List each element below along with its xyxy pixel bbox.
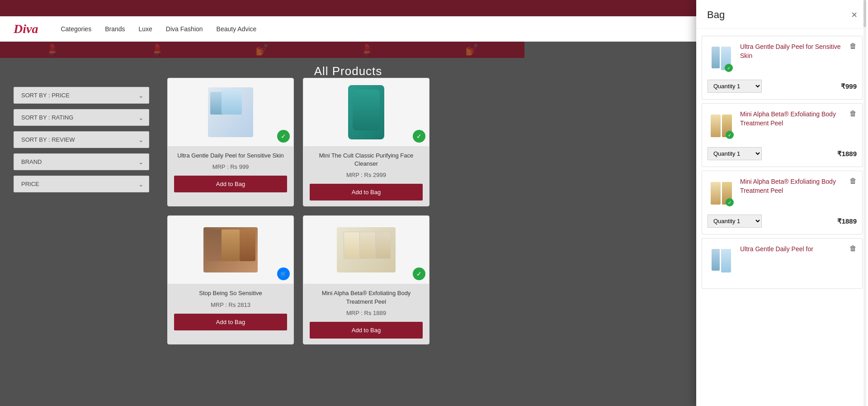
bag-item-1-name: Ultra Gentle Daily Peel for Sensitive Sk… (740, 43, 844, 60)
product-card-2: ✓ Mini The Cult Classic Purifying Face C… (303, 78, 429, 206)
filters-sidebar: SORT BY : PRICE SORT BY : RATING SORT BY… (14, 87, 149, 192)
bag-item-3-check: ✓ (726, 198, 734, 206)
verified-badge-4: ✓ (413, 267, 425, 280)
product-image-1: ✓ (168, 78, 293, 146)
sort-rating-select[interactable]: SORT BY : RATING (14, 109, 149, 126)
bag-item-3-quantity[interactable]: Quantity 1 Quantity 2 Quantity 3 (708, 215, 762, 228)
bag-title: Bag (707, 9, 725, 21)
product-price-4: MRP : Rs 1889 (310, 310, 423, 316)
product-image-2: ✓ (303, 78, 429, 146)
bag-item-1: ✓ Ultra Gentle Daily Peel for Sensitive … (702, 36, 863, 100)
product-card-3: 🛒 Stop Being So Sensitive MRP : Rs 2813 … (167, 215, 294, 344)
nav-diva-fashion[interactable]: Diva Fashion (166, 25, 203, 33)
deco-nail1: 💅 (255, 43, 269, 56)
brand-filter-select[interactable]: BRAND (14, 153, 149, 170)
bag-item-2-delete[interactable]: 🗑 (849, 110, 857, 117)
sort-price-wrapper: SORT BY : PRICE (14, 87, 149, 104)
deco-lipstick3: 💄 (360, 43, 374, 56)
product-thumbnail-3 (203, 227, 258, 272)
verified-badge-1: ✓ (277, 130, 290, 143)
header-decoration: 💄 💄 💅 💄 💅 (0, 42, 524, 58)
bag-item-3-bottom: Quantity 1 Quantity 2 Quantity 3 ₹1889 (708, 215, 857, 228)
add-to-bag-2[interactable]: Add to Bag (310, 184, 423, 201)
logo[interactable]: Diva (14, 22, 38, 36)
nav-categories[interactable]: Categories (61, 25, 91, 33)
bag-item-2-bottom: Quantity 1 Quantity 2 Quantity 3 ₹1889 (708, 147, 857, 160)
bag-item-1-top: ✓ Ultra Gentle Daily Peel for Sensitive … (708, 43, 857, 74)
cart-badge-3: 🛒 (277, 267, 290, 280)
sort-review-select[interactable]: SORT BY : REVIEW (14, 131, 149, 148)
bag-header: Bag × (696, 0, 868, 29)
bag-item-1-bottom: Quantity 1 Quantity 2 Quantity 3 ₹999 (708, 80, 857, 93)
product-price-2: MRP : Rs 2999 (310, 172, 423, 178)
bag-item-3-name: Mini Alpha Beta® Exfoliating Body Treatm… (740, 177, 844, 195)
bag-item-2-check: ✓ (726, 131, 734, 139)
product-name-3: Stop Being So Sensitive (174, 289, 287, 297)
product-card-1: ✓ Ultra Gentle Daily Peel for Sensitive … (167, 78, 294, 206)
product-image-3: 🛒 (168, 216, 293, 284)
product-thumbnail-1 (208, 87, 253, 137)
bag-item-1-price: ₹999 (841, 82, 857, 91)
product-name-4: Mini Alpha Beta® Exfoliating Body Treatm… (310, 289, 423, 306)
product-info-4: Mini Alpha Beta® Exfoliating Body Treatm… (303, 284, 429, 344)
price-filter-wrapper: PRICE (14, 176, 149, 192)
add-to-bag-1[interactable]: Add to Bag (174, 176, 287, 192)
bag-item-4-image (708, 245, 735, 277)
bag-item-4-top: Ultra Gentle Daily Peel for 🗑 (708, 245, 857, 277)
bag-item-2: ✓ Mini Alpha Beta® Exfoliating Body Trea… (702, 103, 863, 167)
product-info-1: Ultra Gentle Daily Peel for Sensitive Sk… (168, 146, 293, 198)
bag-item-4: Ultra Gentle Daily Peel for 🗑 (702, 238, 863, 289)
product-thumbnail-4 (337, 227, 396, 272)
nav-beauty-advice[interactable]: Beauty Advice (217, 25, 257, 33)
sort-price-select[interactable]: SORT BY : PRICE (14, 87, 149, 104)
bag-item-2-price: ₹1889 (837, 150, 857, 158)
product-price-1: MRP : Rs 999 (174, 163, 287, 170)
bag-item-1-check: ✓ (725, 64, 733, 72)
bag-item-4-delete[interactable]: 🗑 (849, 245, 857, 252)
bag-item-4-name: Ultra Gentle Daily Peel for (740, 245, 844, 254)
bag-item-2-top: ✓ Mini Alpha Beta® Exfoliating Body Trea… (708, 110, 857, 142)
add-to-bag-4[interactable]: Add to Bag (310, 322, 423, 339)
add-to-bag-3[interactable]: Add to Bag (174, 314, 287, 330)
bag-panel: Bag × ✓ Ultra Gentle Daily Peel for Sens… (696, 0, 868, 406)
deco-nail2: 💅 (465, 43, 479, 56)
product-info-3: Stop Being So Sensitive MRP : Rs 2813 Ad… (168, 284, 293, 335)
bag-items-list: ✓ Ultra Gentle Daily Peel for Sensitive … (696, 29, 868, 406)
brand-filter-wrapper: BRAND (14, 153, 149, 170)
deco-lipstick2: 💄 (151, 43, 164, 56)
bag-item-3-price: ₹1889 (837, 217, 857, 225)
bag-item-3: ✓ Mini Alpha Beta® Exfoliating Body Trea… (702, 171, 863, 234)
products-grid: ✓ Ultra Gentle Daily Peel for Sensitive … (167, 78, 429, 344)
sort-rating-wrapper: SORT BY : RATING (14, 109, 149, 126)
bag-item-3-top: ✓ Mini Alpha Beta® Exfoliating Body Trea… (708, 177, 857, 209)
bag-item-2-image: ✓ (708, 110, 735, 142)
bag-item-3-image: ✓ (708, 177, 735, 209)
product-price-3: MRP : Rs 2813 (174, 301, 287, 308)
nav-brands[interactable]: Brands (105, 25, 125, 33)
bag-item-1-delete[interactable]: 🗑 (849, 43, 857, 50)
product-card-4: ✓ Mini Alpha Beta® Exfoliating Body Trea… (303, 215, 429, 344)
scrollbar-track (863, 0, 866, 406)
bag-item-3-delete[interactable]: 🗑 (849, 177, 857, 185)
price-filter-select[interactable]: PRICE (14, 176, 149, 192)
bag-item-2-name: Mini Alpha Beta® Exfoliating Body Treatm… (740, 110, 844, 128)
sort-review-wrapper: SORT BY : REVIEW (14, 131, 149, 148)
product-thumbnail-2 (348, 85, 384, 139)
bag-item-1-quantity[interactable]: Quantity 1 Quantity 2 Quantity 3 (708, 80, 762, 93)
verified-badge-2: ✓ (413, 130, 425, 143)
product-name-2: Mini The Cult Classic Purifying Face Cle… (310, 152, 423, 168)
bag-item-2-quantity[interactable]: Quantity 1 Quantity 2 Quantity 3 (708, 147, 762, 160)
deco-lipstick1: 💄 (46, 43, 59, 56)
scrollbar-thumb[interactable] (863, 0, 866, 27)
nav-luxe[interactable]: Luxe (139, 25, 152, 33)
bag-item-1-image: ✓ (708, 43, 735, 74)
bag-close-button[interactable]: × (851, 10, 857, 20)
product-info-2: Mini The Cult Classic Purifying Face Cle… (303, 146, 429, 206)
product-image-4: ✓ (303, 216, 429, 284)
product-name-1: Ultra Gentle Daily Peel for Sensitive Sk… (174, 152, 287, 160)
